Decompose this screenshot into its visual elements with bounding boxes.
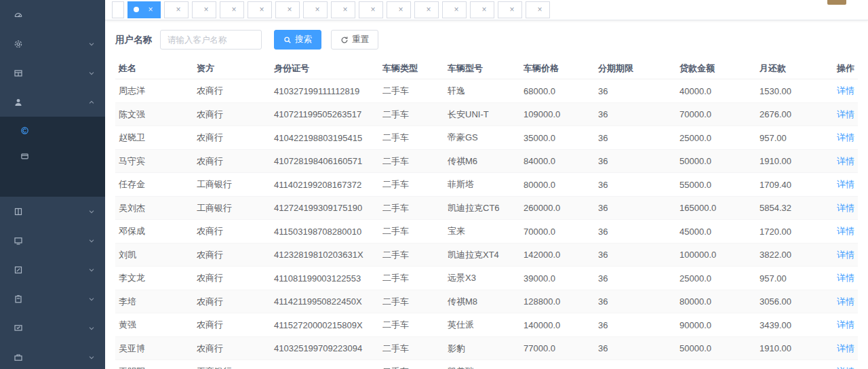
cell-id_card: 411402199208167372 xyxy=(271,173,379,197)
cell-monthly: 3822.00 xyxy=(756,243,833,267)
detail-link[interactable]: 详情 xyxy=(837,343,854,353)
table-row: 邓保成农商行411503198708280010二手车宝来70000.03645… xyxy=(115,220,858,244)
monitor-icon xyxy=(14,324,23,333)
cell-actions: 详情 xyxy=(833,313,858,337)
sidebar-item-2[interactable] xyxy=(0,58,105,88)
column-header-0: 姓名 xyxy=(115,58,193,79)
close-icon[interactable]: × xyxy=(146,5,155,14)
table-row: 陈文强农商行410721199505263517二手车长安UNI-T109000… xyxy=(115,102,858,126)
cell-actions: 详情 xyxy=(833,243,858,267)
detail-link[interactable]: 详情 xyxy=(837,366,854,369)
customer-name-input[interactable] xyxy=(160,30,262,50)
tab-8[interactable]: × xyxy=(331,1,355,18)
reset-button[interactable]: 重置 xyxy=(331,30,378,50)
cell-actions: 详情 xyxy=(833,267,858,290)
close-icon[interactable]: × xyxy=(174,5,182,14)
detail-link[interactable]: 详情 xyxy=(837,296,854,307)
tab-4[interactable]: × xyxy=(220,1,244,18)
customers-table: 姓名资方身份证号车辆类型车辆型号车辆价格分期期限贷款金额月还款操作 周志洋农商行… xyxy=(115,58,858,369)
close-icon[interactable]: × xyxy=(230,5,238,14)
cell-vehicle_model: 传祺M6 xyxy=(444,149,520,173)
table-header-row: 姓名资方身份证号车辆类型车辆型号车辆价格分期期限贷款金额月还款操作 xyxy=(115,58,858,79)
close-icon[interactable]: × xyxy=(313,5,321,14)
cell-id_card: 41232819810203631X xyxy=(271,243,379,267)
tab-7[interactable]: × xyxy=(303,1,328,18)
sidebar-item-4[interactable] xyxy=(0,197,105,226)
chevron-up-icon xyxy=(87,98,96,106)
sidebar-item-6[interactable] xyxy=(0,255,105,284)
detail-link[interactable]: 详情 xyxy=(837,273,854,283)
tab-10[interactable]: × xyxy=(387,1,411,18)
close-icon[interactable]: × xyxy=(425,5,433,14)
close-icon[interactable]: × xyxy=(536,5,544,14)
close-icon[interactable]: × xyxy=(202,5,210,14)
tab-9[interactable]: × xyxy=(359,1,383,18)
sidebar-subitem-1[interactable] xyxy=(0,144,105,170)
cell-vehicle_model: 凯美瑞 xyxy=(444,360,520,369)
sidebar-item-0[interactable] xyxy=(0,0,105,29)
loan-icon xyxy=(14,207,23,216)
detail-link[interactable]: 详情 xyxy=(837,85,854,96)
detail-link[interactable]: 详情 xyxy=(837,132,854,142)
close-icon[interactable]: × xyxy=(341,5,349,14)
close-icon[interactable]: × xyxy=(480,5,488,14)
detail-link[interactable]: 详情 xyxy=(837,250,854,260)
cell-name: 黄强 xyxy=(115,313,193,337)
tab-13[interactable]: × xyxy=(470,1,494,18)
sidebar-item-9[interactable] xyxy=(0,343,105,369)
chevron-down-icon xyxy=(87,324,96,332)
detail-link[interactable]: 详情 xyxy=(837,109,854,119)
sidebar-subitem-0[interactable] xyxy=(0,118,105,144)
detail-link[interactable]: 详情 xyxy=(837,319,854,330)
cell-vehicle_type: 二手车 xyxy=(379,313,444,337)
table-body: 周志洋农商行410327199111112819二手车轩逸68000.03640… xyxy=(115,79,858,369)
tab-12[interactable]: × xyxy=(442,1,467,18)
tab-0[interactable] xyxy=(112,1,124,18)
close-icon[interactable]: × xyxy=(258,5,266,14)
detail-link[interactable]: 详情 xyxy=(837,226,854,236)
sidebar-item-1[interactable] xyxy=(0,29,105,58)
detail-link[interactable]: 详情 xyxy=(837,156,854,166)
cell-name: 周志洋 xyxy=(115,79,193,103)
cell-vehicle_model: 凯迪拉克XT4 xyxy=(444,243,520,267)
tab-5[interactable]: × xyxy=(248,1,272,18)
sidebar-item-5[interactable] xyxy=(0,226,105,255)
table-row: 周志洋农商行410327199111112819二手车轩逸68000.03640… xyxy=(115,79,858,103)
tab-3[interactable]: × xyxy=(192,1,216,18)
cell-loan: 165000.0 xyxy=(676,196,756,220)
sidebar-item-3[interactable] xyxy=(0,88,105,117)
sidebar-item-8[interactable] xyxy=(0,313,105,343)
sidebar-item-7[interactable] xyxy=(0,284,105,313)
cell-vehicle_model: 菲斯塔 xyxy=(444,173,520,197)
cell-vehicle_type: 二手车 xyxy=(379,290,444,313)
cell-monthly: 1720.00 xyxy=(756,220,833,244)
sidebar-subitem-2[interactable] xyxy=(0,170,105,195)
detail-link[interactable]: 详情 xyxy=(837,179,854,189)
cell-vehicle_type: 二手车 xyxy=(379,360,444,369)
cell-actions: 详情 xyxy=(833,102,858,126)
tab-1[interactable]: × xyxy=(127,1,161,18)
column-header-4: 车辆型号 xyxy=(444,58,520,79)
tab-15[interactable]: × xyxy=(526,1,550,18)
report-icon xyxy=(14,236,23,246)
close-icon[interactable]: × xyxy=(397,5,405,14)
close-icon[interactable]: × xyxy=(508,5,516,14)
cell-vehicle_model: 凯迪拉克CT6 xyxy=(444,196,520,220)
cell-funder: 农商行 xyxy=(193,126,271,150)
cell-term: 36 xyxy=(595,336,676,360)
cell-name: 赵晓卫 xyxy=(115,126,193,150)
tab-2[interactable]: × xyxy=(164,1,189,18)
cell-price: 260000.0 xyxy=(520,196,595,220)
search-button[interactable]: 搜索 xyxy=(274,30,321,50)
tab-6[interactable]: × xyxy=(275,1,300,18)
close-icon[interactable]: × xyxy=(452,5,460,14)
detail-link[interactable]: 详情 xyxy=(837,203,854,213)
tab-11[interactable]: × xyxy=(414,1,439,18)
cell-vehicle_type: 二手车 xyxy=(379,102,444,126)
chevron-down-icon xyxy=(87,295,96,303)
search-icon xyxy=(283,36,292,44)
close-icon[interactable]: × xyxy=(285,5,294,14)
tab-14[interactable]: × xyxy=(498,1,522,18)
close-icon[interactable]: × xyxy=(369,5,377,14)
cell-vehicle_model: 帝豪GS xyxy=(444,126,520,150)
